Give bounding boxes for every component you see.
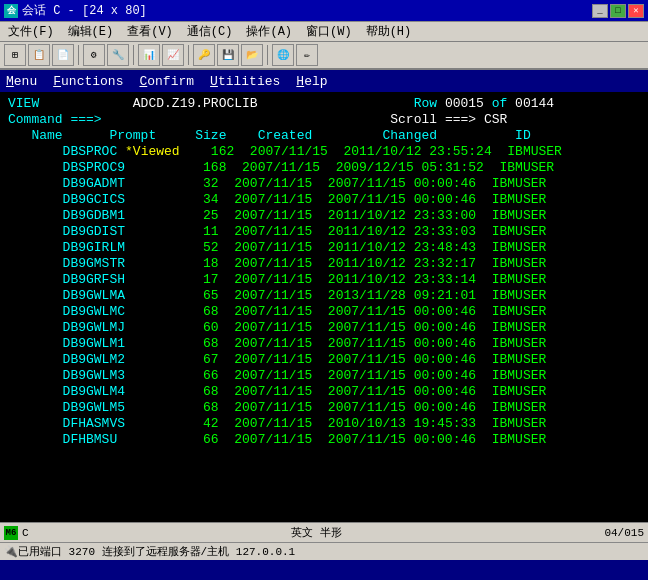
list-item: DB9GWLM4 68 2007/11/15 2007/11/15 00:00:…	[8, 384, 640, 400]
app-menu-functions[interactable]: Functions	[53, 74, 123, 89]
terminal-area: VIEW ADCD.Z19.PROCLIB Row 00015 of 00144…	[0, 92, 648, 522]
toolbar-btn-10[interactable]: 📂	[241, 44, 263, 66]
status-mode: C	[22, 527, 29, 539]
toolbar-btn-11[interactable]: 🌐	[272, 44, 294, 66]
list-item: DB9GDIST 11 2007/11/15 2011/10/12 23:33:…	[8, 224, 640, 240]
status-position: 04/015	[604, 527, 644, 539]
win-menu-comm[interactable]: 通信(C)	[181, 22, 239, 41]
win-menu-file[interactable]: 文件(F)	[2, 22, 60, 41]
window-title: 会话 C - [24 x 80]	[22, 2, 147, 19]
toolbar-btn-7[interactable]: 📈	[162, 44, 184, 66]
window-controls[interactable]: _ □ ✕	[592, 4, 644, 18]
list-item: DB9GWLM5 68 2007/11/15 2007/11/15 00:00:…	[8, 400, 640, 416]
toolbar-btn-12[interactable]: ✏	[296, 44, 318, 66]
status-left: M6 C	[4, 526, 29, 540]
table-header: Name Prompt Size Created Changed ID	[8, 128, 640, 144]
toolbar-btn-4[interactable]: ⚙	[83, 44, 105, 66]
list-item: DB9GWLM1 68 2007/11/15 2007/11/15 00:00:…	[8, 336, 640, 352]
status-indicator: M6	[4, 526, 18, 540]
app-icon: 会	[4, 4, 18, 18]
status-encoding: 英文 半形	[291, 525, 342, 540]
app-menu-confirm[interactable]: Confirm	[139, 74, 194, 89]
toolbar-btn-9[interactable]: 💾	[217, 44, 239, 66]
toolbar-sep-2	[133, 45, 134, 65]
win-menubar: 文件(F) 编辑(E) 查看(V) 通信(C) 操作(A) 窗口(W) 帮助(H…	[0, 22, 648, 42]
list-item: DBSPROC9 168 2007/11/15 2009/12/15 05:31…	[8, 160, 640, 176]
toolbar-btn-2[interactable]: 📋	[28, 44, 50, 66]
status-bar: M6 C 英文 半形 04/015	[0, 522, 648, 542]
app-menu-utilities[interactable]: Utilities	[210, 74, 280, 89]
view-line: VIEW ADCD.Z19.PROCLIB Row 00015 of 00144	[8, 96, 640, 112]
toolbar-btn-3[interactable]: 📄	[52, 44, 74, 66]
list-item: DB9GWLM3 66 2007/11/15 2007/11/15 00:00:…	[8, 368, 640, 384]
toolbar: ⊞ 📋 📄 ⚙ 🔧 📊 📈 🔑 💾 📂 🌐 ✏	[0, 42, 648, 70]
toolbar-btn-5[interactable]: 🔧	[107, 44, 129, 66]
toolbar-sep-4	[267, 45, 268, 65]
toolbar-btn-1[interactable]: ⊞	[4, 44, 26, 66]
list-item: DB9GRFSH 17 2007/11/15 2011/10/12 23:33:…	[8, 272, 640, 288]
app-menu-menu[interactable]: Menu	[6, 74, 37, 89]
minimize-button[interactable]: _	[592, 4, 608, 18]
connection-icon: 🔌	[4, 545, 18, 558]
list-item: DBSPROC *Viewed 162 2007/11/15 2011/10/1…	[8, 144, 640, 160]
list-item: DB9GWLMC 68 2007/11/15 2007/11/15 00:00:…	[8, 304, 640, 320]
title-left: 会 会话 C - [24 x 80]	[4, 2, 147, 19]
toolbar-sep-3	[188, 45, 189, 65]
toolbar-sep-1	[78, 45, 79, 65]
list-item: DB9GDBM1 25 2007/11/15 2011/10/12 23:33:…	[8, 208, 640, 224]
command-line[interactable]: Command ===> Scroll ===> CSR	[8, 112, 640, 128]
list-item: DB9GMSTR 18 2007/11/15 2011/10/12 23:32:…	[8, 256, 640, 272]
title-bar: 会 会话 C - [24 x 80] _ □ ✕	[0, 0, 648, 22]
toolbar-btn-8[interactable]: 🔑	[193, 44, 215, 66]
connection-status: 已用端口 3270 连接到了远程服务器/主机 127.0.0.1	[18, 544, 295, 559]
maximize-button[interactable]: □	[610, 4, 626, 18]
app-menubar: Menu Functions Confirm Utilities Help	[0, 70, 648, 92]
win-menu-view[interactable]: 查看(V)	[121, 22, 179, 41]
list-item: DFHBMSU 66 2007/11/15 2007/11/15 00:00:4…	[8, 432, 640, 448]
list-item: DB9GCICS 34 2007/11/15 2007/11/15 00:00:…	[8, 192, 640, 208]
list-item: DFHASMVS 42 2007/11/15 2010/10/13 19:45:…	[8, 416, 640, 432]
list-item: DB9GWLMA 65 2007/11/15 2013/11/28 09:21:…	[8, 288, 640, 304]
list-item: DB9GWLMJ 60 2007/11/15 2007/11/15 00:00:…	[8, 320, 640, 336]
win-menu-window[interactable]: 窗口(W)	[300, 22, 358, 41]
win-menu-ops[interactable]: 操作(A)	[240, 22, 298, 41]
list-item: DB9GADMT 32 2007/11/15 2007/11/15 00:00:…	[8, 176, 640, 192]
list-item: DB9GIRLM 52 2007/11/15 2011/10/12 23:48:…	[8, 240, 640, 256]
win-menu-help[interactable]: 帮助(H)	[360, 22, 418, 41]
bottom-bar: 🔌 已用端口 3270 连接到了远程服务器/主机 127.0.0.1	[0, 542, 648, 560]
close-button[interactable]: ✕	[628, 4, 644, 18]
win-menu-edit[interactable]: 编辑(E)	[62, 22, 120, 41]
list-item: DB9GWLM2 67 2007/11/15 2007/11/15 00:00:…	[8, 352, 640, 368]
app-menu-help[interactable]: Help	[296, 74, 327, 89]
toolbar-btn-6[interactable]: 📊	[138, 44, 160, 66]
